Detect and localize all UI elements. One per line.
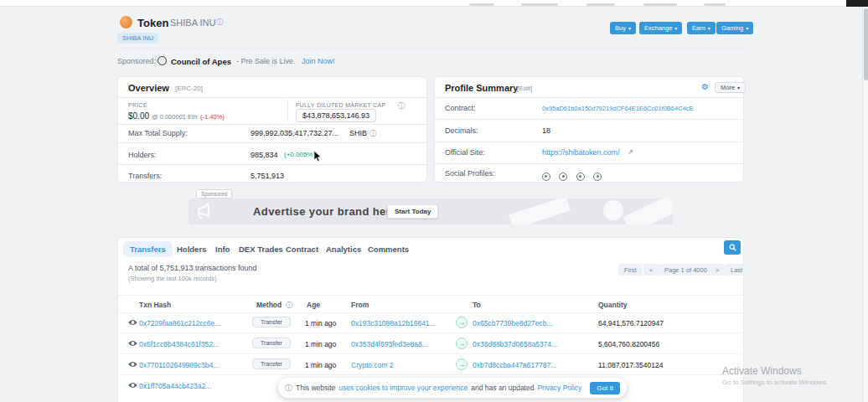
table-row: 0x6f1cc8b4384c61f352... Transfer 1 min a…	[118, 333, 743, 354]
nav-remnant	[586, 3, 615, 6]
official-site-label: Official Site:	[445, 148, 485, 157]
earn-button-label: Earn	[692, 24, 705, 32]
overview-title: Overview	[128, 83, 169, 93]
chevron-down-icon: ▾	[628, 25, 631, 31]
info-icon[interactable]: ⓘ	[216, 18, 223, 27]
token-name: SHIBA INU	[170, 18, 215, 28]
exchange-button-label: Exchange	[644, 24, 672, 32]
col-to: To	[473, 301, 481, 309]
ad-decor-circle	[603, 200, 623, 220]
cookie-link[interactable]: uses cookies to improve your experience	[338, 384, 468, 392]
from-address-link[interactable]: 0x193c31088a12b16641...	[351, 319, 450, 327]
age-value: 1 min ago	[305, 319, 336, 327]
divider	[118, 142, 426, 143]
direction-arrow-icon: →	[456, 338, 468, 349]
more-button[interactable]: More ▾	[715, 82, 746, 93]
from-address-link[interactable]: Crypto.com 2	[351, 361, 450, 369]
social-icons-group	[542, 169, 607, 184]
social-icon-3[interactable]	[576, 173, 585, 181]
txn-hash-link[interactable]: 0x7701102649989c3b4...	[139, 361, 238, 369]
pagination-last[interactable]: Last	[725, 264, 748, 276]
mouse-cursor	[313, 151, 323, 162]
pagination-next[interactable]: >	[710, 264, 725, 276]
divider	[435, 97, 743, 98]
col-age[interactable]: Age	[307, 301, 320, 309]
eye-icon[interactable]	[128, 361, 137, 368]
transfers-label: Transfers:	[128, 172, 162, 180]
divider	[435, 163, 743, 164]
eye-icon[interactable]	[128, 340, 137, 347]
eye-icon[interactable]	[128, 382, 137, 389]
divider	[118, 124, 426, 125]
info-icon[interactable]: ⓘ	[369, 129, 376, 138]
to-address-link[interactable]: 0x65cb7739be8d27ecb...	[473, 319, 571, 327]
pagination-first[interactable]: First	[618, 264, 643, 276]
divider	[435, 119, 743, 120]
exchange-button[interactable]: Exchange ▾	[639, 22, 682, 34]
earn-button[interactable]: Earn ▾	[687, 22, 716, 34]
tab-holders[interactable]: Holders	[170, 241, 213, 257]
tab-comments[interactable]: Comments	[361, 241, 416, 257]
price-value: $0.00	[128, 111, 149, 121]
age-value: 1 min ago	[305, 340, 336, 348]
advertiser-name: Council of Apes	[171, 57, 231, 66]
more-button-label: More	[721, 84, 735, 91]
page-scrollbar[interactable]	[862, 7, 868, 402]
method-badge: Transfer	[252, 317, 291, 327]
to-address-link[interactable]: 0xb7d8ccba447a617787...	[473, 361, 571, 369]
to-address-link[interactable]: 0x38d88b37d0658a5374...	[473, 340, 571, 348]
profile-edit-badge[interactable]: [Edit]	[517, 85, 532, 92]
price-label: PRICE	[128, 102, 147, 108]
nav-remnant	[521, 3, 558, 6]
pagination-prev[interactable]: <	[643, 264, 659, 276]
txn-hash-link[interactable]: 0x7229faa861c212cc6e...	[139, 319, 238, 327]
scrollbar-thumb[interactable]	[864, 8, 868, 80]
overview-badge: [ERC-20]	[175, 85, 203, 92]
etherscan-token-page: Token SHIBA INU ⓘ SHIBA INU Buy ▾ Exchan…	[0, 0, 868, 402]
results-note: (Showing the last 100k records)	[128, 275, 216, 282]
txn-hash-link[interactable]: 0x6f1cc8b4384c61f352...	[139, 340, 238, 348]
buy-button-label: Buy	[615, 24, 626, 32]
quantity-value: 64,941,576.7120947	[598, 319, 664, 327]
search-button[interactable]	[724, 240, 741, 255]
official-site-link[interactable]: https://shibatoken.com/	[542, 148, 620, 157]
eye-icon[interactable]	[128, 319, 137, 326]
txn-hash-link[interactable]: 0x1ff705a44cb423a2...	[139, 382, 238, 390]
contract-label: Contract:	[445, 104, 476, 112]
ad-banner[interactable]: Advertise your brand here! Start Today	[189, 198, 673, 224]
privacy-policy-link[interactable]: Privacy Policy	[537, 384, 581, 392]
social-icon-4[interactable]	[593, 173, 602, 181]
social-icon-2[interactable]	[559, 173, 567, 181]
chevron-down-icon: ▾	[737, 85, 740, 90]
fdmc-label: FULLY DILUTED MARKET CAP	[296, 102, 386, 108]
search-icon	[729, 244, 736, 251]
profile-title: Profile Summary	[445, 83, 518, 93]
price-change: (-1.40%)	[200, 113, 225, 121]
activate-windows-watermark-sub: Go to Settings to activate Windows.	[722, 379, 828, 386]
external-link-icon: ↗	[628, 148, 633, 156]
info-icon[interactable]: ⓘ	[286, 301, 292, 310]
gaming-button[interactable]: Gaming ▾	[716, 22, 753, 34]
contract-address-link[interactable]: 0x95aD61b0a150d79219dCF64E1E6Cc01f0B64C4…	[542, 105, 736, 112]
col-from: From	[351, 301, 369, 309]
gear-icon[interactable]: ⚙	[701, 82, 709, 91]
join-now-link[interactable]: Join Now!	[302, 57, 335, 65]
divider	[118, 164, 426, 165]
overview-card: Overview [ERC-20] PRICE $0.00 @ 0.000001…	[117, 76, 427, 183]
holders-value: 985,834	[251, 151, 278, 159]
buy-button[interactable]: Buy ▾	[610, 22, 636, 34]
divider	[287, 99, 288, 122]
social-icon-1[interactable]	[542, 173, 550, 181]
info-icon[interactable]: ⓘ	[398, 101, 405, 111]
activate-windows-watermark: Activate Windows	[722, 365, 802, 377]
tab-contract[interactable]: Contract	[279, 241, 325, 257]
chevron-down-icon: ▾	[746, 25, 748, 31]
ad-decor-shape	[623, 198, 673, 224]
from-address-link[interactable]: 0x353d4f693fed3e8a8...	[351, 340, 450, 348]
ad-cta-button[interactable]: Start Today	[387, 204, 438, 219]
ad-sponsored-tag: Sponsored	[196, 189, 232, 198]
gaming-button-label: Gaming	[721, 24, 743, 32]
top-nav-strip	[0, 0, 868, 7]
got-it-button[interactable]: Got It	[590, 382, 620, 394]
tab-transfers[interactable]: Transfers	[123, 241, 173, 257]
